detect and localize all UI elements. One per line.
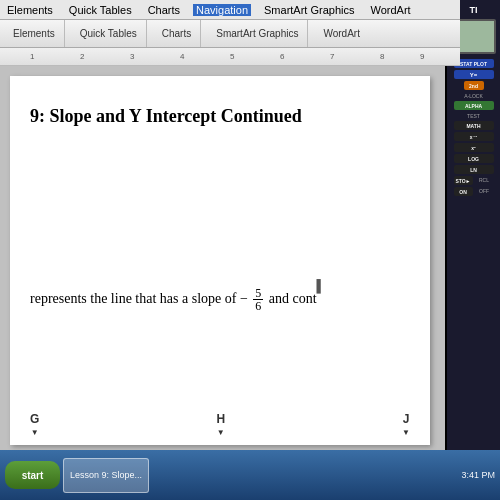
col-label-h: H ▼ (216, 412, 225, 437)
calc-2nd-btn[interactable]: 2nd (464, 81, 484, 90)
toolbar-group-3: Charts (153, 20, 201, 47)
taskbar-app-lesson[interactable]: Lesson 9: Slope... (63, 458, 149, 493)
content-prefix: represents the line that has a slope of … (30, 291, 248, 306)
col-g-arrow: ▼ (31, 428, 39, 437)
toolbar-group-2: Quick Tables (71, 20, 147, 47)
clock-time: 3:41 PM (461, 470, 495, 480)
col-g-text: G (30, 412, 39, 426)
ruler-tick-7: 7 (330, 52, 334, 61)
toolbar-group-5: WordArt (314, 20, 369, 47)
calc-row-sto: STO► RCL (449, 176, 498, 185)
document-content: represents the line that has a slope of … (30, 287, 410, 312)
toolbar-smartart-btn[interactable]: SmartArt Graphics (211, 26, 303, 41)
menu-charts[interactable]: Charts (145, 4, 183, 16)
col-h-arrow: ▼ (217, 428, 225, 437)
document-title: 9: Slope and Y Intercept Continued (30, 106, 410, 127)
calc-row-ln: LN (449, 165, 498, 174)
cursor-indicator: ▌ (317, 279, 325, 291)
calc-rcl-label: RCL (475, 177, 494, 185)
ruler-tick-3: 3 (130, 52, 134, 61)
col-label-j: J ▼ (402, 412, 410, 437)
toolbar-group-4: SmartArt Graphics (207, 20, 308, 47)
menu-elements[interactable]: Elements (4, 4, 56, 16)
menu-smartart[interactable]: SmartArt Graphics (261, 4, 357, 16)
taskbar-clock: 3:41 PM (461, 470, 495, 480)
toolbar-elements-btn[interactable]: Elements (8, 26, 60, 41)
calc-logo: TI (470, 5, 478, 15)
menu-bar: Elements Quick Tables Charts Navigation … (0, 0, 460, 20)
calc-alpha-btn[interactable]: ALPHA (454, 101, 494, 110)
start-button[interactable]: start (5, 461, 60, 489)
taskbar: start Lesson 9: Slope... 3:41 PM (0, 450, 500, 500)
calc-row-y: Y= (449, 70, 498, 79)
calc-row-2nd: 2nd (449, 81, 498, 90)
calc-sto-btn[interactable]: STO► (454, 176, 473, 185)
ruler-tick-4: 4 (180, 52, 184, 61)
calc-alock-label: A-LOCK (449, 93, 498, 99)
fraction-denominator: 6 (253, 300, 263, 312)
calc-row-on: ON OFF (449, 187, 498, 196)
ruler-tick-9: 9 (420, 52, 424, 61)
calc-row-xinv: x⁻¹ (449, 132, 498, 141)
toolbar-charts-btn[interactable]: Charts (157, 26, 196, 41)
calc-row-log: LOG (449, 154, 498, 163)
calc-row-alpha: A-LOCK (449, 92, 498, 99)
calculator: TI STAT PLOT Y= 2nd A-LOCK ALPHA TEST MA… (445, 0, 500, 500)
calc-y-btn[interactable]: Y= (454, 70, 494, 79)
menu-navigation[interactable]: Navigation (193, 4, 251, 16)
calc-ln-btn[interactable]: LN (454, 165, 494, 174)
calc-row-alpha2: ALPHA (449, 101, 498, 110)
toolbar: Elements Quick Tables Charts SmartArt Gr… (0, 20, 460, 48)
col-j-text: J (403, 412, 410, 426)
column-labels: G ▼ H ▼ J ▼ (30, 412, 410, 437)
menu-wordart[interactable]: WordArt (368, 4, 414, 16)
page: 9: Slope and Y Intercept Continued repre… (10, 76, 430, 445)
calc-row-test: TEST (449, 112, 498, 119)
document-area: 9: Slope and Y Intercept Continued repre… (0, 66, 460, 450)
calc-xsq-btn[interactable]: x² (454, 143, 494, 152)
ruler-tick-8: 8 (380, 52, 384, 61)
calc-row-xsq: x² (449, 143, 498, 152)
fraction: 5 6 (253, 287, 263, 312)
calc-test-label: TEST (449, 113, 498, 119)
ruler-tick-2: 2 (80, 52, 84, 61)
calc-row-math: MATH (449, 121, 498, 130)
col-label-g: G ▼ (30, 412, 39, 437)
col-h-text: H (216, 412, 225, 426)
menu-quick-tables[interactable]: Quick Tables (66, 4, 135, 16)
ruler: 1 2 3 4 5 6 7 8 9 (0, 48, 460, 66)
toolbar-group-1: Elements (4, 20, 65, 47)
ruler-tick-1: 1 (30, 52, 34, 61)
content-suffix: and cont (269, 291, 317, 306)
calc-off-label: OFF (475, 188, 494, 196)
calc-xinv-btn[interactable]: x⁻¹ (454, 132, 494, 141)
calc-math-btn[interactable]: MATH (454, 121, 494, 130)
ruler-tick-6: 6 (280, 52, 284, 61)
ruler-tick-5: 5 (230, 52, 234, 61)
calc-brand: TI (470, 5, 478, 15)
calc-on-btn[interactable]: ON (454, 187, 473, 196)
toolbar-quick-tables-btn[interactable]: Quick Tables (75, 26, 142, 41)
col-j-arrow: ▼ (402, 428, 410, 437)
toolbar-wordart-btn[interactable]: WordArt (318, 26, 365, 41)
calc-log-btn[interactable]: LOG (454, 154, 494, 163)
